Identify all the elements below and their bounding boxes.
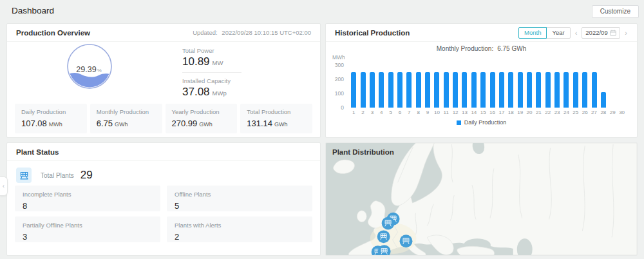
chart-column — [488, 65, 497, 108]
bar-day-20[interactable] — [527, 72, 532, 108]
historical-production-header: Historical Production Month Year ‹ 2022/… — [326, 24, 637, 42]
bar-day-6[interactable] — [397, 72, 402, 108]
chart-column — [404, 65, 413, 108]
chart-column — [571, 65, 580, 108]
updated-value: 2022/09/28 10:10:15 UTC+02:00 — [222, 29, 311, 36]
x-tick-label: 30 — [617, 110, 626, 115]
x-tick-label: 18 — [506, 110, 515, 115]
bar-day-7[interactable] — [406, 72, 412, 108]
year-toggle-button[interactable]: Year — [546, 27, 570, 39]
x-tick-label: 17 — [497, 110, 506, 115]
chart-column — [478, 65, 488, 108]
plant-status-title: Plant Status — [16, 148, 59, 156]
x-tick-label: 5 — [386, 110, 395, 115]
stat-value: 270.99GWh — [172, 119, 231, 128]
plant-status-header: Plant Status — [7, 143, 320, 161]
stat-number: 270.99 — [172, 119, 198, 128]
y-axis-unit-label: MWh — [332, 54, 345, 61]
calendar-icon — [610, 30, 616, 36]
bar-day-4[interactable] — [379, 72, 384, 108]
bar-day-2[interactable] — [361, 72, 366, 108]
plant-status-card-value: 3 — [23, 232, 153, 242]
chart-column — [617, 65, 626, 108]
stat-unit: GWh — [115, 121, 128, 128]
date-picker[interactable]: 2022/09 — [582, 27, 620, 39]
bar-day-10[interactable] — [434, 72, 439, 108]
bar-day-22[interactable] — [545, 72, 551, 108]
chart-controls: Month Year ‹ 2022/09 › — [518, 27, 628, 39]
plant-status-card-label: Offline Plants — [175, 191, 305, 198]
plant-marker[interactable] — [382, 217, 395, 230]
bar-day-26[interactable] — [582, 72, 587, 108]
chart-column — [534, 65, 543, 108]
bar-day-8[interactable] — [416, 72, 421, 108]
bar-day-17[interactable] — [499, 72, 504, 108]
bar-day-15[interactable] — [480, 72, 486, 108]
total-plants-label: Total Plants — [41, 172, 74, 179]
dashboard-app: Dashboard Customize Production Overview … — [0, 0, 644, 259]
production-overview-title: Production Overview — [16, 29, 90, 37]
chart-legend: Daily Production — [326, 119, 637, 126]
bar-day-18[interactable] — [508, 72, 513, 108]
x-tick-label: 23 — [553, 110, 562, 115]
bar-day-24[interactable] — [564, 72, 569, 108]
plant-status-card-label: Incomplete Plants — [23, 191, 153, 198]
installed-capacity-label: Installed Capacity — [182, 77, 305, 84]
total-power-value: 10.89 — [182, 55, 210, 68]
bar-day-12[interactable] — [453, 72, 458, 108]
power-block: Total Power 10.89MW Installed Capacity 3… — [182, 47, 305, 102]
bar-day-13[interactable] — [462, 72, 467, 108]
bar-day-1[interactable] — [351, 72, 356, 108]
bar-day-23[interactable] — [554, 72, 560, 108]
bar-day-16[interactable] — [490, 72, 495, 108]
customize-button[interactable]: Customize — [592, 5, 639, 18]
legend-swatch — [457, 120, 461, 125]
sidebar-collapse-handle[interactable]: ‹ — [0, 177, 8, 196]
chart-column — [349, 65, 358, 108]
x-tick-label: 3 — [368, 110, 377, 115]
chart-column — [553, 65, 562, 108]
bar-day-27[interactable] — [592, 72, 597, 108]
bar-day-19[interactable] — [518, 72, 523, 108]
plant-marker[interactable] — [400, 235, 413, 247]
month-toggle-button[interactable]: Month — [518, 27, 547, 39]
bar-day-11[interactable] — [444, 72, 449, 108]
stat-number: 107.08 — [21, 119, 47, 128]
bar-day-5[interactable] — [388, 72, 393, 108]
updated-timestamp: Updated: 2022/09/28 10:10:15 UTC+02:00 — [193, 29, 311, 36]
production-stats-row: Daily Production107.08MWhMonthly Product… — [15, 104, 312, 133]
total-power-value-row: 10.89MW — [182, 55, 305, 68]
plant-status-card: Plants with Alerts2 — [167, 216, 312, 242]
plant-status-panel: Plant Status Total Plants 29 Incomplete … — [6, 142, 321, 256]
installed-capacity-value-row: 37.08MWp — [182, 86, 305, 99]
x-tick-label: 25 — [571, 110, 580, 115]
chart-subtitle-value: 6.75 GWh — [497, 45, 526, 52]
chart-column — [562, 65, 571, 108]
bar-day-28[interactable] — [601, 92, 606, 108]
plant-status-card-value: 5 — [175, 201, 305, 211]
prev-period-button[interactable]: ‹ — [574, 27, 578, 39]
bar-day-25[interactable] — [573, 72, 578, 108]
x-tick-label: 28 — [599, 110, 608, 115]
chart-column — [608, 65, 617, 108]
total-plants-row: Total Plants 29 — [16, 168, 311, 183]
production-stat-card: Yearly Production270.99GWh — [166, 104, 238, 133]
bar-day-3[interactable] — [370, 72, 375, 108]
chart-column — [515, 65, 524, 108]
next-period-button[interactable]: › — [624, 27, 628, 39]
x-tick-label: 16 — [488, 110, 497, 115]
europe-map[interactable] — [326, 143, 637, 255]
x-tick-label: 19 — [515, 110, 524, 115]
chart-column — [589, 65, 598, 108]
chart-column — [460, 65, 469, 108]
x-tick-label: 13 — [460, 110, 469, 115]
plant-distribution-title: Plant Distribution — [332, 148, 394, 156]
bar-day-9[interactable] — [425, 72, 430, 108]
plant-status-card-value: 2 — [175, 232, 305, 242]
bar-day-14[interactable] — [471, 72, 477, 108]
historical-production-title: Historical Production — [335, 29, 410, 37]
bar-day-21[interactable] — [536, 72, 541, 108]
plant-marker[interactable] — [377, 230, 390, 243]
plant-status-card: Offline Plants5 — [167, 186, 312, 211]
solar-plant-icon — [16, 168, 32, 183]
